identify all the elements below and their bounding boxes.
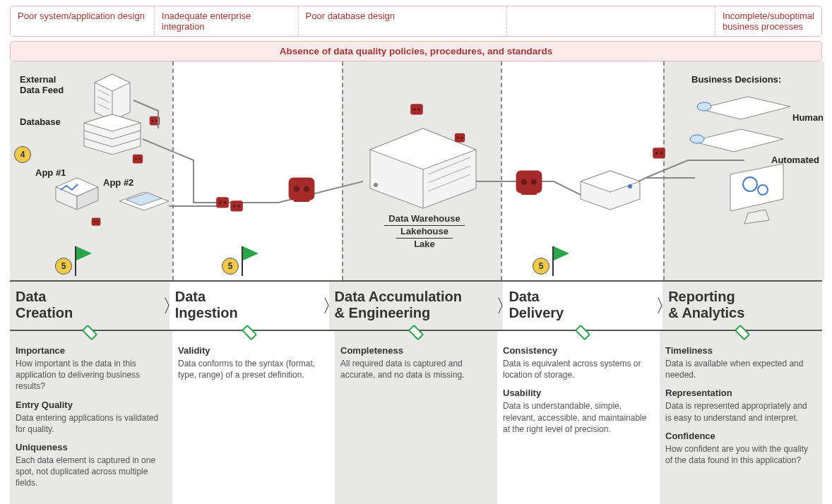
warehouse-label-1: Data Warehouse xyxy=(384,213,464,226)
flag-5-ingestion: 5 xyxy=(222,246,243,276)
desc-text: Data entering applications is validated … xyxy=(16,412,164,435)
stage-title: Data Delivery xyxy=(509,289,657,321)
svg-point-33 xyxy=(294,186,299,192)
warehouse-labels: Data Warehouse Lakehouse Lake xyxy=(372,213,477,249)
desc-col-delivery: ConsistencyData is equivalent across sys… xyxy=(497,331,660,504)
skull-icon xyxy=(651,146,667,162)
desc-text: Data conforms to the syntax (format, typ… xyxy=(178,358,326,380)
desc-text: How confident are you with the quality o… xyxy=(665,443,814,466)
skull-large-icon xyxy=(513,167,545,200)
svg-point-62 xyxy=(690,135,704,143)
svg-rect-56 xyxy=(653,148,665,158)
desc-text: How important is the data in this applic… xyxy=(16,358,164,392)
desc-heading: Entry Quality xyxy=(16,400,164,410)
skull-icon xyxy=(229,199,244,215)
svg-point-42 xyxy=(374,183,378,187)
diagram-area: External Data Feed Database App #1 App #… xyxy=(10,61,822,280)
svg-marker-59 xyxy=(699,97,790,119)
skull-icon xyxy=(409,102,424,118)
flag-5-creation: 5 xyxy=(55,246,76,276)
desc-col-accumulation: CompletenessAll required data is capture… xyxy=(335,331,497,504)
topcat-business-processes: Incomplete/suboptimal business processes xyxy=(715,6,821,36)
skull-icon xyxy=(453,132,466,145)
desc-text: Each data element is captured in one spo… xyxy=(16,455,164,489)
svg-rect-49 xyxy=(516,171,542,193)
svg-point-47 xyxy=(457,136,459,138)
desc-text: All required data is captured and accura… xyxy=(340,358,489,380)
svg-point-34 xyxy=(304,186,309,192)
desc-heading: Representation xyxy=(665,388,814,398)
desc-heading: Completeness xyxy=(340,345,489,356)
chevron-right-icon: 〉 xyxy=(162,294,181,318)
svg-point-57 xyxy=(655,152,658,155)
human-decision-icon-2 xyxy=(677,124,790,159)
chevron-right-icon: 〉 xyxy=(655,294,674,318)
svg-point-31 xyxy=(237,205,240,208)
svg-point-58 xyxy=(660,152,662,155)
stage-data-creation: Data Creation xyxy=(10,282,170,330)
svg-rect-29 xyxy=(230,200,243,211)
topcat-enterprise-integration: Inadequate enterprise integration xyxy=(155,6,299,36)
svg-point-50 xyxy=(521,179,527,185)
desc-text: Data is understandable, simple, relevant… xyxy=(503,400,651,435)
svg-rect-46 xyxy=(455,133,465,143)
svg-point-48 xyxy=(460,136,463,138)
desc-text: Data is represented appropriately and is… xyxy=(665,400,814,423)
svg-point-60 xyxy=(697,102,711,111)
topcat-database-design: Poor database design xyxy=(299,6,507,36)
stage-title: Data Ingestion xyxy=(175,289,323,321)
absence-banner: Absence of data quality policies, proced… xyxy=(10,41,822,61)
automated-monitor-icon xyxy=(716,160,801,231)
svg-point-30 xyxy=(233,205,236,208)
topcat-empty xyxy=(507,6,715,36)
warehouse-label-3: Lake xyxy=(372,239,477,249)
skull-large-icon xyxy=(285,174,318,207)
stage-reporting-analytics: 〉 Reporting & Analytics xyxy=(662,282,822,330)
delivery-device-icon xyxy=(575,164,646,213)
svg-marker-61 xyxy=(691,129,783,152)
warehouse-label-2: Lakehouse xyxy=(396,226,453,239)
svg-point-45 xyxy=(417,108,420,111)
svg-rect-52 xyxy=(521,190,537,195)
svg-rect-43 xyxy=(410,104,423,114)
label-human: Human xyxy=(792,112,824,123)
stage-row: Data Creation 〉 Data Ingestion 〉 Data Ac… xyxy=(10,280,822,331)
flag-5-delivery: 5 xyxy=(533,246,554,276)
svg-rect-35 xyxy=(294,197,310,202)
skull-icon xyxy=(215,196,230,211)
svg-point-55 xyxy=(628,184,632,188)
desc-heading: Uniqueness xyxy=(16,442,164,452)
svg-point-44 xyxy=(413,108,416,111)
stage-title: Reporting & Analytics xyxy=(668,289,816,321)
chevron-right-icon: 〉 xyxy=(496,294,514,318)
svg-marker-66 xyxy=(744,210,769,224)
stage-title: Data Accumulation & Engineering xyxy=(335,289,498,321)
svg-point-51 xyxy=(531,179,537,185)
svg-rect-32 xyxy=(289,178,315,200)
stage-data-accumulation: 〉 Data Accumulation & Engineering xyxy=(329,282,504,330)
description-row: ImportanceHow important is the data in t… xyxy=(10,331,822,504)
svg-rect-26 xyxy=(216,197,229,208)
desc-heading: Consistency xyxy=(503,345,651,356)
top-category-row: Poor system/application design Inadequat… xyxy=(10,6,822,37)
desc-col-reporting: TimelinessData is available when expecte… xyxy=(660,331,822,504)
desc-text: Data is available when expected and need… xyxy=(665,358,814,380)
svg-point-28 xyxy=(223,201,226,204)
stage-data-delivery: 〉 Data Delivery xyxy=(503,282,662,330)
desc-heading: Confidence xyxy=(665,431,814,441)
desc-heading: Importance xyxy=(16,345,164,356)
desc-col-creation: ImportanceHow important is the data in t… xyxy=(10,331,172,504)
topcat-system-design: Poor system/application design xyxy=(11,6,155,36)
stage-title: Data Creation xyxy=(16,289,164,321)
svg-point-27 xyxy=(219,201,222,204)
human-decision-icon xyxy=(684,91,797,126)
desc-text: Data is equivalent across systems or loc… xyxy=(503,358,651,380)
label-business-decisions: Business Decisions: xyxy=(691,74,781,85)
desc-heading: Usability xyxy=(503,388,651,398)
chevron-right-icon: 〉 xyxy=(322,294,340,318)
desc-heading: Validity xyxy=(178,345,326,356)
stage-data-ingestion: 〉 Data Ingestion xyxy=(170,282,329,330)
desc-col-ingestion: ValidityData conforms to the syntax (for… xyxy=(172,331,335,504)
desc-heading: Timeliness xyxy=(665,345,814,356)
